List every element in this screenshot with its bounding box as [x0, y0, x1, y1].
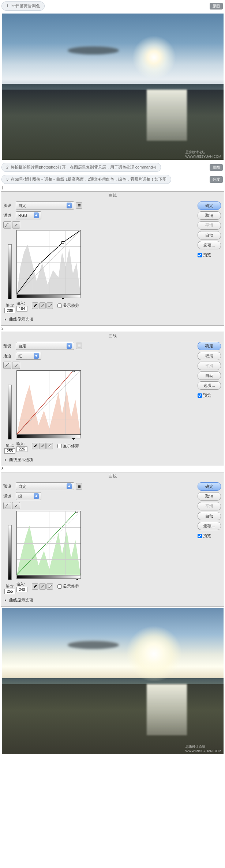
curve-point-tool[interactable] [3, 221, 11, 229]
channel-label: 通道: [3, 213, 14, 218]
output-gradient [8, 244, 12, 299]
photo-after: 思缘设计论坛WWW.MISSYUAN.COM [2, 608, 224, 754]
channel-value: 绿 [18, 494, 22, 499]
preview-checkbox[interactable]: 预览 [198, 393, 222, 398]
cancel-button[interactable]: 取消 [198, 492, 221, 501]
disclosure-label: 曲线显示选项 [9, 457, 33, 463]
smooth-button: 平滑 [198, 221, 221, 230]
svg-rect-8 [76, 511, 78, 512]
preset-value: 自定 [18, 343, 26, 349]
curve-pencil-tool[interactable] [12, 221, 20, 229]
input-value-input[interactable] [16, 446, 27, 452]
eyedropper-gray-icon[interactable] [39, 583, 46, 590]
show-clipping-checkbox[interactable]: 显示修剪 [57, 443, 79, 449]
disclosure-triangle-icon [5, 458, 8, 461]
cancel-button[interactable]: 取消 [198, 352, 221, 360]
show-clipping-label: 显示修剪 [63, 584, 79, 589]
curve-pencil-tool[interactable] [12, 502, 20, 509]
show-clipping-checkbox[interactable]: 显示修剪 [57, 584, 79, 589]
show-clipping-label: 显示修剪 [63, 443, 79, 449]
curve-display-options-disclosure[interactable]: 曲线显示选项 [3, 316, 195, 323]
options-button[interactable]: 选项... [198, 522, 221, 530]
preview-label: 预览 [203, 393, 211, 398]
preset-value: 自定 [18, 203, 26, 208]
cloud [68, 641, 119, 649]
sun-glow [127, 626, 181, 681]
options-button[interactable]: 选项... [198, 381, 221, 390]
curve-pencil-tool[interactable] [12, 362, 20, 369]
input-slider-handle[interactable] [72, 438, 75, 441]
curve-display-options-disclosure[interactable]: 曲线显示选项 [3, 596, 195, 604]
select-arrows-icon [67, 343, 72, 349]
highlight-button[interactable]: 亮度 [210, 176, 223, 183]
output-label: 输出: [4, 584, 15, 589]
eyedropper-gray-icon[interactable] [39, 302, 46, 309]
eyedropper-gray-icon[interactable] [39, 443, 46, 449]
channel-value: RGB [18, 213, 27, 218]
output-label: 输出: [4, 443, 15, 448]
smooth-button: 平滑 [198, 502, 221, 510]
channel-label: 通道: [3, 494, 14, 499]
preset-menu-icon[interactable]: ☰ [76, 343, 82, 349]
cancel-button[interactable]: 取消 [198, 211, 221, 220]
preset-select[interactable]: 自定 [16, 201, 74, 210]
auto-button[interactable]: 自动 [198, 512, 221, 520]
dialog-number: 2 [1, 327, 4, 331]
curve-point-tool[interactable] [3, 362, 11, 369]
channel-select[interactable]: 绿 [16, 492, 41, 500]
preview-checkbox[interactable]: 预览 [198, 533, 222, 539]
preset-select[interactable]: 自定 [16, 342, 74, 350]
eyedropper-black-icon[interactable] [32, 583, 38, 590]
step-2-text: 2. 将拍摄的照片用photoshop打开，在图层里复制背景层，用于调色处理 c… [6, 165, 156, 170]
select-arrows-icon [34, 212, 39, 218]
curve-point-tool[interactable] [3, 502, 11, 509]
ok-button[interactable]: 确定 [198, 201, 221, 210]
preset-menu-icon[interactable]: ☰ [76, 483, 82, 490]
options-button[interactable]: 选项... [198, 241, 221, 249]
output-value-input[interactable] [4, 308, 15, 313]
disclosure-label: 曲线显示选项 [9, 597, 33, 603]
input-gradient [16, 575, 81, 579]
channel-select[interactable]: 红 [16, 352, 41, 360]
disclosure-triangle-icon [5, 318, 8, 321]
curve-grid[interactable] [16, 511, 81, 575]
eyedropper-white-icon[interactable] [46, 443, 53, 449]
channel-select[interactable]: RGB [16, 211, 41, 219]
input-value-input[interactable] [16, 306, 27, 312]
eyedropper-white-icon[interactable] [46, 302, 53, 309]
watermark: 思缘设计论坛WWW.MISSYUAN.COM [185, 150, 221, 158]
original-button-1[interactable]: 原图 [210, 3, 223, 10]
step-3-text: 3. 在ps里找到 图像－调整－曲线.1提高亮度，2通道补偿红色，绿色，看照片调… [6, 177, 166, 182]
eyedropper-black-icon[interactable] [32, 302, 38, 309]
input-slider-handle[interactable] [61, 298, 64, 301]
preset-select[interactable]: 自定 [16, 482, 74, 490]
water-reflection [147, 90, 187, 141]
eyedropper-black-icon[interactable] [32, 443, 38, 449]
input-slider-handle[interactable] [76, 579, 79, 582]
output-value-input[interactable] [4, 589, 15, 594]
water-reflection [147, 684, 187, 735]
preview-checkbox[interactable]: 预览 [198, 252, 222, 258]
output-value-input[interactable] [4, 448, 15, 454]
input-label: 输入: [16, 301, 27, 306]
select-arrows-icon [67, 203, 72, 208]
eyedropper-white-icon[interactable] [46, 583, 53, 590]
curve-grid[interactable] [16, 370, 81, 435]
preset-label: 预设: [3, 343, 14, 349]
show-clipping-checkbox[interactable]: 显示修剪 [57, 303, 79, 308]
watermark: 思缘设计论坛WWW.MISSYUAN.COM [185, 744, 221, 753]
output-gradient [8, 525, 12, 580]
auto-button[interactable]: 自动 [198, 371, 221, 380]
input-value-input[interactable] [16, 587, 27, 592]
auto-button[interactable]: 自动 [198, 231, 221, 239]
channel-value: 红 [18, 353, 22, 359]
ok-button[interactable]: 确定 [198, 482, 221, 491]
preset-menu-icon[interactable]: ☰ [76, 202, 82, 209]
input-label: 输入: [16, 582, 27, 587]
curve-grid[interactable] [16, 230, 81, 294]
dialog-title: 曲线 [1, 472, 224, 480]
curve-display-options-disclosure[interactable]: 曲线显示选项 [3, 456, 195, 464]
ok-button[interactable]: 确定 [198, 342, 221, 350]
svg-marker-3 [17, 385, 80, 434]
original-button-2[interactable]: 原图 [210, 164, 223, 171]
